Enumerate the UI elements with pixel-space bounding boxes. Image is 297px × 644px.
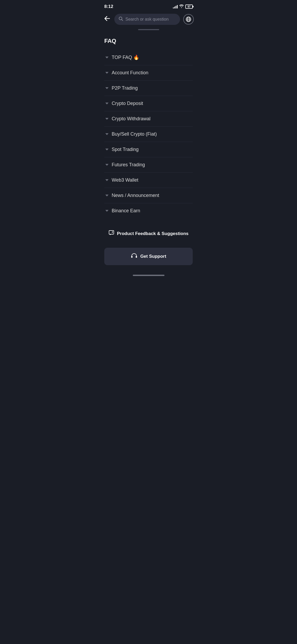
chevron-down-icon bbox=[105, 72, 109, 74]
faq-label: Futures Trading bbox=[112, 162, 145, 168]
faq-label: Crypto Withdrawal bbox=[112, 116, 150, 122]
headphone-icon bbox=[131, 252, 138, 260]
svg-rect-5 bbox=[136, 256, 137, 258]
faq-section: FAQ TOP FAQ 🔥 Account Function P2P Tradi… bbox=[99, 31, 198, 223]
faq-label: Spot Trading bbox=[112, 147, 139, 152]
faq-label: Buy/Sell Crypto (Fiat) bbox=[112, 131, 157, 137]
faq-label: Binance Earn bbox=[112, 208, 140, 214]
wifi-icon bbox=[179, 4, 184, 9]
svg-rect-4 bbox=[131, 256, 133, 258]
search-bar[interactable]: Search or ask question bbox=[114, 14, 180, 25]
globe-button[interactable] bbox=[183, 14, 194, 25]
status-bar: 8:12 97 bbox=[99, 0, 198, 12]
signal-icon bbox=[173, 5, 178, 8]
status-icons: 97 bbox=[173, 4, 193, 9]
chevron-down-icon bbox=[105, 195, 109, 196]
get-support-button[interactable]: Get Support bbox=[104, 248, 193, 265]
feedback-label: Product Feedback & Suggestions bbox=[117, 231, 188, 236]
faq-list: TOP FAQ 🔥 Account Function P2P Trading C… bbox=[104, 50, 193, 218]
chevron-down-icon bbox=[105, 87, 109, 89]
svg-rect-3 bbox=[109, 231, 114, 234]
fire-icon: 🔥 bbox=[133, 55, 139, 60]
faq-title: FAQ bbox=[104, 38, 193, 44]
chevron-down-icon bbox=[105, 164, 109, 166]
faq-label: Account Function bbox=[112, 70, 148, 76]
support-section: Get Support bbox=[99, 245, 198, 270]
faq-item-p2p-trading[interactable]: P2P Trading bbox=[104, 81, 193, 96]
faq-item-account-function[interactable]: Account Function bbox=[104, 65, 193, 81]
faq-item-spot-trading[interactable]: Spot Trading bbox=[104, 142, 193, 157]
faq-label: News / Announcement bbox=[112, 193, 159, 198]
chevron-down-icon bbox=[105, 149, 109, 150]
chevron-down-icon bbox=[105, 103, 109, 104]
faq-item-binance-earn[interactable]: Binance Earn bbox=[104, 203, 193, 218]
faq-item-web3-wallet[interactable]: Web3 Wallet bbox=[104, 173, 193, 188]
faq-item-crypto-deposit[interactable]: Crypto Deposit bbox=[104, 96, 193, 111]
faq-label: Web3 Wallet bbox=[112, 177, 138, 183]
chevron-down-icon bbox=[105, 179, 109, 181]
back-button[interactable] bbox=[103, 15, 111, 24]
home-indicator bbox=[99, 270, 198, 278]
chevron-down-icon bbox=[105, 118, 109, 120]
faq-label: TOP FAQ 🔥 bbox=[112, 54, 139, 60]
feedback-icon bbox=[109, 230, 114, 237]
chevron-down-icon bbox=[105, 210, 109, 212]
scroll-indicator bbox=[99, 27, 198, 31]
search-placeholder: Search or ask question bbox=[125, 17, 169, 22]
faq-label: P2P Trading bbox=[112, 85, 138, 91]
status-time: 8:12 bbox=[104, 4, 113, 9]
battery-icon: 97 bbox=[185, 4, 193, 9]
faq-item-buy-sell-crypto[interactable]: Buy/Sell Crypto (Fiat) bbox=[104, 127, 193, 142]
chevron-down-icon bbox=[105, 57, 109, 58]
faq-item-crypto-withdrawal[interactable]: Crypto Withdrawal bbox=[104, 111, 193, 127]
support-label: Get Support bbox=[140, 254, 166, 259]
faq-item-futures-trading[interactable]: Futures Trading bbox=[104, 157, 193, 173]
header: Search or ask question bbox=[99, 12, 198, 27]
home-bar bbox=[133, 275, 164, 276]
feedback-section[interactable]: Product Feedback & Suggestions bbox=[99, 223, 198, 245]
scroll-bar bbox=[138, 29, 159, 30]
faq-item-top-faq[interactable]: TOP FAQ 🔥 bbox=[104, 50, 193, 65]
faq-item-news-announcement[interactable]: News / Announcement bbox=[104, 188, 193, 203]
faq-label: Crypto Deposit bbox=[112, 101, 143, 106]
chevron-down-icon bbox=[105, 133, 109, 135]
search-icon bbox=[119, 16, 123, 22]
